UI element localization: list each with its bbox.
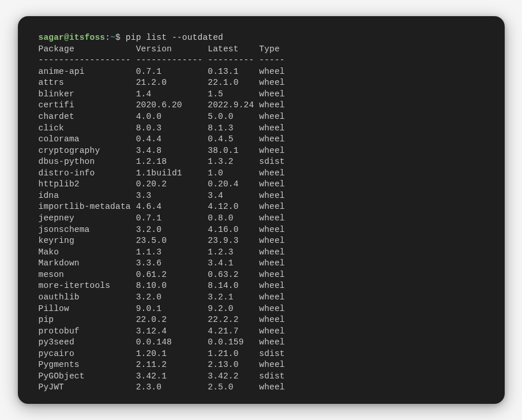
table-header: Package Version Latest Type: [39, 44, 484, 55]
table-row: oauthlib 3.2.0 3.2.1 wheel: [39, 292, 484, 303]
table-row: keyring 23.5.0 23.9.3 wheel: [39, 235, 484, 247]
table-row: httplib2 0.20.2 0.20.4 wheel: [39, 179, 484, 190]
table-row: pycairo 1.20.1 1.21.0 sdist: [39, 348, 484, 360]
prompt-user: sagar: [39, 33, 65, 42]
prompt-line: sagar@itsfoss:~$ pip list --outdated: [39, 32, 484, 44]
prompt-colon: :: [105, 33, 110, 42]
table-row: more-itertools 8.10.0 8.14.0 wheel: [39, 280, 484, 292]
table-row: idna 3.3 3.4 wheel: [39, 190, 484, 202]
prompt-command: pip list --outdated: [126, 33, 223, 42]
table-row: jeepney 0.7.1 0.8.0 wheel: [39, 213, 484, 224]
table-row: distro-info 1.1build1 1.0 wheel: [39, 168, 484, 179]
table-row: Pillow 9.0.1 9.2.0 wheel: [39, 303, 484, 315]
table-row: protobuf 3.12.4 4.21.7 wheel: [39, 326, 484, 337]
table-row: Mako 1.1.3 1.2.3 wheel: [39, 247, 484, 258]
table-separator: ------------------ ------------- -------…: [39, 55, 484, 66]
table-row: jsonschema 3.2.0 4.16.0 wheel: [39, 224, 484, 236]
table-row: dbus-python 1.2.18 1.3.2 sdist: [39, 156, 484, 168]
table-row: attrs 21.2.0 22.1.0 wheel: [39, 77, 484, 89]
table-row: PyGObject 3.42.1 3.42.2 sdist: [39, 371, 484, 382]
table-row: chardet 4.0.0 5.0.0 wheel: [39, 111, 484, 123]
prompt-host: itsfoss: [69, 33, 105, 42]
output-area: Package Version Latest Type-------------…: [39, 44, 484, 393]
table-row: importlib-metadata 4.6.4 4.12.0 wheel: [39, 201, 484, 213]
table-row: meson 0.61.2 0.63.2 wheel: [39, 269, 484, 281]
table-row: click 8.0.3 8.1.3 wheel: [39, 123, 484, 134]
table-row: blinker 1.4 1.5 wheel: [39, 89, 484, 100]
table-row: PyJWT 2.3.0 2.5.0 wheel: [39, 382, 484, 393]
table-row: Markdown 3.3.6 3.4.1 wheel: [39, 258, 484, 269]
table-row: cryptography 3.4.8 38.0.1 wheel: [39, 145, 484, 157]
table-row: Pygments 2.11.2 2.13.0 wheel: [39, 359, 484, 371]
prompt-at: @: [64, 33, 69, 42]
prompt-symbol: $: [115, 33, 121, 42]
terminal-window[interactable]: sagar@itsfoss:~$ pip list --outdated Pac…: [18, 16, 505, 404]
table-row: py3seed 0.0.148 0.0.159 wheel: [39, 337, 484, 348]
table-row: pip 22.0.2 22.2.2 wheel: [39, 314, 484, 326]
table-row: certifi 2020.6.20 2022.9.24 wheel: [39, 100, 484, 111]
table-row: anime-api 0.7.1 0.13.1 wheel: [39, 66, 484, 78]
prompt-path: ~: [110, 33, 115, 42]
table-row: colorama 0.4.4 0.4.5 wheel: [39, 134, 484, 145]
